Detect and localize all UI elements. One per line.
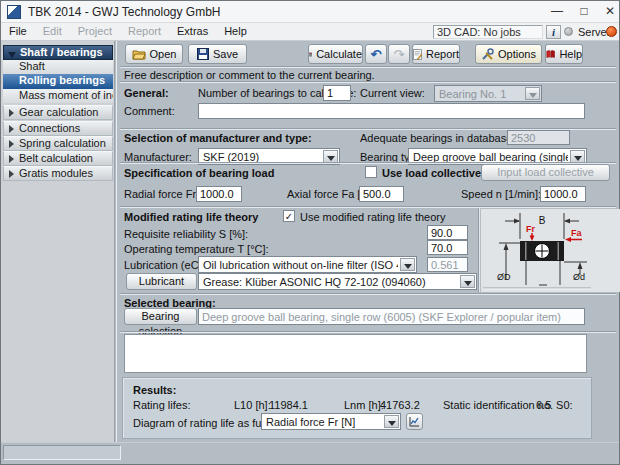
window-title: TBK 2014 - GWJ Technology GmbH [28,5,221,19]
sidebar-section-spring-calculation[interactable]: Spring calculation [3,136,113,151]
results-panel: Results: Rating lifes: L10 [h]: 11984.1 … [122,377,592,439]
expand-triangle-icon [9,140,14,148]
report-document-icon [413,48,422,61]
expand-triangle-icon [9,170,14,178]
lubricant-select[interactable]: Grease: Klüber ASONIC HQ 72-102 (094060) [198,273,477,290]
reliability-input[interactable] [427,225,468,240]
open-folder-icon [132,48,146,60]
comment-input[interactable] [198,103,585,119]
load-heading: Specification of bearing load [124,167,274,179]
modified-life-heading: Modified rating life theory [124,211,258,223]
sidebar-section-connections[interactable]: Connections [3,121,113,136]
lnm-label: Lnm [h]: [344,399,384,411]
selected-bearing-field [198,308,585,325]
check-icon: ✓ [285,211,293,222]
radial-force-input[interactable] [196,186,242,202]
sidebar-nav: Shaft / bearings Shaft Rolling bearings … [1,41,115,442]
minimize-button[interactable]: — [544,1,570,22]
redo-button[interactable]: ↷ [388,44,410,64]
current-view-label: Current view: [360,87,425,99]
radial-force-dim-label: Fr [526,224,535,234]
undo-icon: ↶ [371,48,382,61]
cad-status-indicator-icon [564,27,573,36]
info-icon[interactable]: i [546,25,561,39]
ec-value-field [427,257,468,272]
show-diagram-button[interactable] [406,413,423,430]
general-heading: General: [124,87,169,99]
s0-label: Static identification no. S0: [443,399,573,411]
menu-project: Project [70,23,120,40]
help-book-icon [546,48,555,60]
app-icon [7,5,21,19]
lubrication-select[interactable]: Oil lubrication without on-line filter (… [198,256,417,273]
chevron-down-icon[interactable] [384,415,399,428]
s0-value: 6.5 [536,399,551,411]
l10-value: 11984.1 [269,399,308,411]
bearing-cross-section-diagram: B Fr Fa [481,209,620,292]
outer-diameter-dim-label: ØD [497,272,511,282]
menu-edit: Edit [35,23,70,40]
lubricant-button[interactable]: Lubricant [126,273,197,290]
current-view-select: Bearing No. 1 [434,85,542,102]
chevron-down-icon [525,87,540,100]
speed-label: Speed n [1/min]: [461,188,541,200]
maximize-button[interactable]: □ [571,1,597,22]
use-modified-life-label: Use modified rating life theory [300,211,446,223]
sidebar-section-gear-calculation[interactable]: Gear calculation [3,105,113,120]
calculate-button[interactable]: Calculate [308,44,363,64]
status-bar [1,442,619,464]
axial-force-dim-label: Fa [571,228,582,238]
bore-diameter-dim-label: Ød [573,272,585,282]
menu-extras[interactable]: Extras [169,23,216,40]
sidebar-item-rolling-bearings[interactable]: Rolling bearings [3,74,113,89]
calculator-icon [309,48,312,61]
bearing-selection-button[interactable]: Bearing selection [124,308,197,325]
reliability-label: Requisite reliability S [%]: [124,228,248,240]
save-button[interactable]: Save [188,44,247,64]
l10-label: L10 [h]: [234,399,271,411]
options-button[interactable]: Options [475,44,542,64]
selection-heading: Selection of manufacturer and type: [124,132,312,144]
adequate-bearings-label: Adequate bearings in database: [360,132,515,144]
diagram-function-select[interactable]: Radial force Fr [N] [261,413,401,430]
redo-icon: ↷ [394,48,405,61]
menu-help[interactable]: Help [216,23,255,40]
chevron-down-icon[interactable] [460,275,475,288]
use-load-collective-checkbox[interactable] [365,166,377,178]
save-floppy-icon [197,48,209,60]
sidebar-item-mass-moment[interactable]: Mass moment of inertia [3,89,113,103]
use-load-collective-label: Use load collective [382,167,481,179]
expand-triangle-icon [9,109,14,117]
use-modified-life-checkbox[interactable]: ✓ [283,210,295,222]
input-load-collective-button: Input load collective [481,164,610,181]
close-button[interactable]: ✕ [597,1,620,22]
main-content: Open Save Calculate ↶ ↷ Report Options H… [116,41,619,442]
comment-label: Comment: [124,105,175,117]
rating-lifes-label: Rating lifes: [133,399,190,411]
collapse-triangle-icon [8,52,16,58]
bearing-info-box [124,334,587,373]
report-button[interactable]: Report [412,44,460,64]
sidebar-item-shaft[interactable]: Shaft [3,60,113,74]
results-heading: Results: [133,384,176,396]
chevron-down-icon[interactable] [400,258,415,271]
adequate-bearings-field [507,130,570,145]
bearing-diagram-panel: B Fr Fa [481,209,620,292]
axial-force-input[interactable] [359,186,404,202]
num-bearings-input[interactable] [323,85,351,101]
sidebar-section-belt-calculation[interactable]: Belt calculation [3,151,113,166]
sidebar-section-shaft-bearings[interactable]: Shaft / bearings [3,45,113,60]
undo-button[interactable]: ↶ [365,44,387,64]
menu-bar: File Edit Project Report Extras Help 3D … [1,23,619,41]
menu-file[interactable]: File [1,23,35,40]
expand-triangle-icon [9,155,14,163]
expand-triangle-icon [9,125,14,133]
help-button[interactable]: Help [545,44,583,64]
speed-input[interactable] [540,186,586,202]
tools-icon [481,48,494,61]
open-button[interactable]: Open [125,44,183,64]
chart-icon [409,416,420,427]
temperature-input[interactable] [427,240,468,255]
sidebar-section-gratis-modules[interactable]: Gratis modules [3,166,113,181]
cad-status-field: 3D CAD: No jobs [433,25,543,39]
